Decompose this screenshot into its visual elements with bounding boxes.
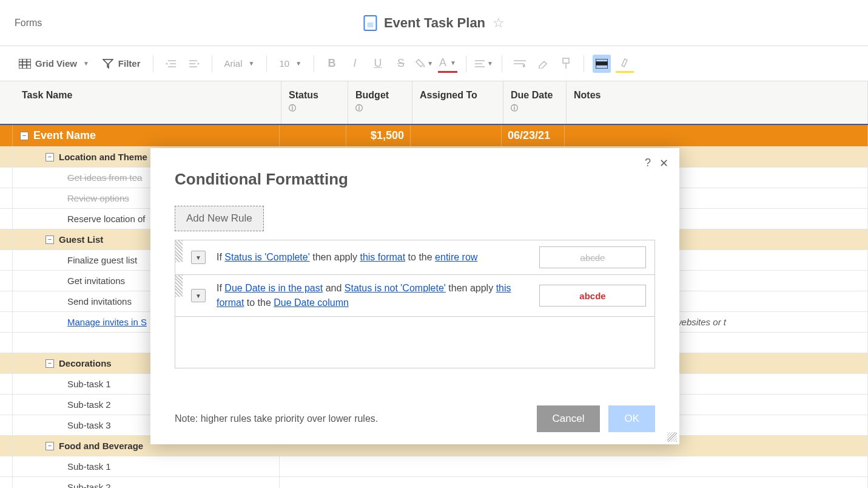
filter-button[interactable]: Filter bbox=[98, 56, 144, 72]
priority-note: Note: higher rules take priority over lo… bbox=[175, 413, 378, 424]
indent-button[interactable] bbox=[185, 55, 203, 73]
drag-handle-icon[interactable] bbox=[175, 240, 183, 262]
rule-row[interactable]: ▼ If Due Date is in the past and Status … bbox=[175, 275, 654, 317]
svg-rect-0 bbox=[19, 59, 31, 69]
collapse-icon[interactable]: − bbox=[45, 153, 54, 161]
divider bbox=[153, 55, 153, 72]
conditional-formatting-dialog: ? ✕ Conditional Formatting Add New Rule … bbox=[150, 148, 679, 444]
font-size-label: 10 bbox=[279, 58, 289, 69]
divider bbox=[466, 55, 466, 72]
divider bbox=[266, 55, 267, 72]
caret-icon: ▼ bbox=[487, 60, 493, 67]
forms-link[interactable]: Forms bbox=[15, 18, 42, 29]
rule-condition-link[interactable]: Status is not 'Complete' bbox=[345, 283, 446, 293]
font-size-selector[interactable]: 10▼ bbox=[275, 56, 305, 71]
svg-rect-17 bbox=[563, 58, 569, 63]
svg-rect-22 bbox=[596, 62, 608, 65]
rule-menu-button[interactable]: ▼ bbox=[191, 289, 206, 302]
rule-description: If Due Date is in the past and Status is… bbox=[217, 281, 528, 310]
svg-point-11 bbox=[423, 65, 425, 67]
favorite-star-icon[interactable]: ☆ bbox=[493, 15, 505, 31]
collapse-icon[interactable]: − bbox=[45, 236, 54, 244]
column-header-budget[interactable]: Budgetⓘ bbox=[348, 81, 412, 124]
bold-button[interactable]: B bbox=[323, 55, 341, 73]
rule-row[interactable]: ▼ If Status is 'Complete' then apply thi… bbox=[175, 240, 654, 275]
font-name-label: Arial bbox=[224, 58, 243, 69]
filter-icon bbox=[101, 58, 115, 69]
divider bbox=[314, 55, 314, 72]
outdent-button[interactable] bbox=[162, 55, 180, 73]
rule-scope-link[interactable]: Due Date column bbox=[274, 297, 349, 308]
caret-icon: ▼ bbox=[249, 60, 255, 67]
rules-list: ▼ If Status is 'Complete' then apply thi… bbox=[175, 240, 655, 368]
drag-handle-icon[interactable] bbox=[175, 275, 183, 297]
add-rule-button[interactable]: Add New Rule bbox=[175, 206, 264, 231]
wrap-button[interactable] bbox=[511, 55, 529, 73]
toolbar: Grid View ▼ Filter Arial▼ 10▼ B I U S ▼ … bbox=[0, 46, 868, 81]
cancel-button[interactable]: Cancel bbox=[537, 405, 601, 432]
section-row-event[interactable]: −Event Name $1,500 06/23/21 bbox=[0, 125, 868, 147]
caret-icon: ▼ bbox=[427, 60, 433, 67]
highlight-button[interactable] bbox=[616, 55, 634, 73]
info-icon: ⓘ bbox=[289, 103, 340, 114]
info-icon: ⓘ bbox=[355, 103, 405, 114]
view-switcher[interactable]: Grid View ▼ bbox=[15, 56, 93, 72]
caret-icon: ▼ bbox=[83, 60, 89, 67]
sheet-icon bbox=[363, 15, 377, 31]
rule-condition-link[interactable]: Status is 'Complete' bbox=[224, 252, 309, 262]
text-color-button[interactable]: A▼ bbox=[438, 55, 457, 73]
conditional-formatting-button[interactable] bbox=[593, 55, 611, 73]
format-preview: abcde bbox=[539, 285, 646, 307]
info-icon: ⓘ bbox=[511, 103, 559, 114]
help-icon[interactable]: ? bbox=[645, 157, 651, 170]
divider bbox=[502, 55, 502, 72]
rule-scope-link[interactable]: entire row bbox=[435, 252, 477, 262]
sheet-title[interactable]: Event Task Plan bbox=[384, 15, 485, 31]
view-label: Grid View bbox=[35, 58, 77, 69]
row-number-header bbox=[0, 81, 15, 124]
divider bbox=[584, 55, 584, 72]
underline-button[interactable]: U bbox=[369, 55, 387, 73]
italic-button[interactable]: I bbox=[346, 55, 364, 73]
format-painter-button[interactable] bbox=[557, 55, 575, 73]
collapse-icon[interactable]: − bbox=[45, 442, 54, 450]
filter-label: Filter bbox=[118, 58, 141, 69]
divider bbox=[212, 55, 212, 72]
column-header-notes[interactable]: Notes bbox=[567, 81, 868, 124]
align-button[interactable]: ▼ bbox=[475, 55, 493, 73]
sheet-title-wrap: Event Task Plan ☆ bbox=[363, 15, 505, 31]
column-header-status[interactable]: Statusⓘ bbox=[281, 81, 348, 124]
strikethrough-button[interactable]: S bbox=[392, 55, 410, 73]
resize-grip-icon[interactable] bbox=[667, 432, 677, 442]
dialog-title: Conditional Formatting bbox=[175, 170, 655, 189]
ok-button[interactable]: OK bbox=[608, 405, 655, 432]
column-header-assigned[interactable]: Assigned To bbox=[412, 81, 503, 124]
task-row[interactable]: Sub-task 1 bbox=[0, 456, 868, 477]
topbar: Forms Event Task Plan ☆ bbox=[0, 0, 868, 46]
caret-icon: ▼ bbox=[450, 59, 456, 66]
close-icon[interactable]: ✕ bbox=[659, 157, 668, 170]
font-family-selector[interactable]: Arial▼ bbox=[221, 56, 258, 71]
collapse-icon[interactable]: − bbox=[45, 359, 54, 368]
rule-condition-link[interactable]: Due Date is in the past bbox=[224, 283, 323, 293]
format-preview: abcde bbox=[539, 246, 646, 268]
rule-description: If Status is 'Complete' then apply this … bbox=[217, 250, 528, 265]
collapse-icon[interactable]: − bbox=[20, 132, 29, 140]
column-header-due[interactable]: Due Dateⓘ bbox=[503, 81, 567, 124]
task-row[interactable]: Sub-task 2 bbox=[0, 477, 868, 488]
clear-format-button[interactable] bbox=[534, 55, 552, 73]
rule-menu-button[interactable]: ▼ bbox=[191, 251, 206, 264]
rule-format-link[interactable]: this format bbox=[360, 252, 405, 262]
grid-icon bbox=[18, 58, 32, 69]
column-headers: Task Name Statusⓘ Budgetⓘ Assigned To Du… bbox=[0, 81, 868, 125]
column-header-task[interactable]: Task Name bbox=[15, 81, 281, 124]
caret-icon: ▼ bbox=[295, 60, 301, 67]
fill-color-button[interactable]: ▼ bbox=[415, 55, 433, 73]
